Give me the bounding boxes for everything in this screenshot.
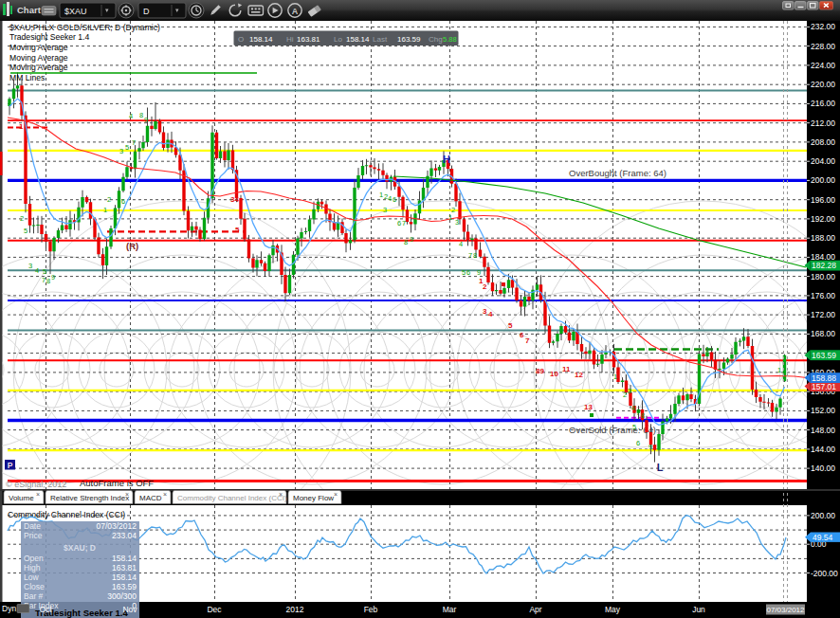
- svg-text:O: O: [238, 35, 244, 44]
- svg-text:4: 4: [129, 112, 133, 120]
- svg-text:7: 7: [42, 276, 46, 284]
- svg-text:2: 2: [20, 214, 24, 223]
- svg-text:5: 5: [43, 267, 46, 276]
- svg-text:192.00: 192.00: [811, 214, 835, 224]
- svg-text:8: 8: [46, 277, 50, 285]
- svg-text:4: 4: [459, 240, 463, 248]
- svg-text:208.00: 208.00: [811, 137, 835, 147]
- svg-text:5: 5: [125, 143, 129, 152]
- svg-text:7: 7: [468, 251, 472, 260]
- svg-text:Last: Last: [373, 35, 388, 44]
- svg-text:204.00: 204.00: [811, 156, 835, 166]
- svg-text:P: P: [8, 461, 13, 470]
- svg-text:1: 1: [613, 373, 617, 381]
- svg-text:Date: Date: [24, 521, 41, 531]
- svg-text:MM Lines: MM Lines: [9, 73, 45, 82]
- svg-text:157.01: 157.01: [812, 382, 836, 391]
- svg-text:07/03/2012: 07/03/2012: [96, 521, 137, 531]
- svg-text:D: D: [143, 7, 150, 16]
- svg-text:Lo: Lo: [334, 35, 342, 44]
- svg-text:Jun: Jun: [692, 605, 705, 614]
- svg-text:Dec: Dec: [207, 605, 222, 614]
- svg-text:13: 13: [584, 403, 593, 411]
- svg-text:High: High: [24, 563, 41, 573]
- svg-text:6: 6: [636, 439, 640, 447]
- svg-text:5: 5: [632, 423, 636, 431]
- svg-text:188.00: 188.00: [811, 233, 835, 243]
- svg-text:4: 4: [35, 266, 39, 275]
- svg-text:3: 3: [483, 307, 487, 316]
- svg-text:Moving Average: Moving Average: [9, 43, 68, 52]
- svg-text:176.00: 176.00: [811, 291, 835, 300]
- svg-text:Feb: Feb: [364, 605, 378, 614]
- svg-text:6: 6: [121, 197, 125, 206]
- svg-text:1: 1: [777, 366, 781, 374]
- svg-text:2012: 2012: [286, 605, 304, 614]
- svg-text:212.00: 212.00: [811, 118, 835, 128]
- svg-text:300/300: 300/300: [107, 591, 137, 601]
- svg-text:158.14: 158.14: [249, 35, 273, 44]
- svg-text:200.00: 200.00: [811, 175, 835, 185]
- svg-text:89: 89: [536, 367, 544, 375]
- svg-text:Tradesight Seeker 1.4: Tradesight Seeker 1.4: [9, 32, 89, 42]
- svg-text:7: 7: [132, 138, 136, 147]
- svg-text:May: May: [605, 605, 621, 614]
- svg-text:7: 7: [525, 336, 530, 345]
- svg-text:2: 2: [623, 391, 627, 399]
- svg-text:163.59: 163.59: [112, 582, 137, 591]
- svg-text:3: 3: [628, 387, 631, 395]
- svg-text:Moving Average: Moving Average: [9, 53, 68, 63]
- svg-text:$XAU;PHLX GOLD/SILVER; D (Dyna: $XAU;PHLX GOLD/SILVER; D (Dynamic): [9, 23, 160, 32]
- svg-text:2: 2: [483, 282, 487, 291]
- svg-text:8: 8: [473, 251, 477, 260]
- svg-text:Dyn: Dyn: [2, 604, 16, 613]
- svg-text:(R): (R): [126, 241, 138, 251]
- svg-text:Bar #: Bar #: [24, 591, 44, 601]
- svg-text:224.00: 224.00: [811, 61, 835, 70]
- svg-text:10: 10: [550, 370, 558, 378]
- svg-text:4: 4: [488, 310, 493, 318]
- svg-text:144.00: 144.00: [811, 445, 835, 454]
- svg-text:×: ×: [163, 491, 167, 498]
- svg-text:Volume: Volume: [9, 494, 34, 502]
- svg-text:152.00: 152.00: [811, 406, 835, 415]
- svg-text:172.00: 172.00: [811, 310, 835, 319]
- svg-text:Open: Open: [24, 554, 44, 563]
- svg-text:148.00: 148.00: [811, 426, 835, 435]
- svg-text:5.88: 5.88: [443, 35, 457, 44]
- svg-text:3: 3: [119, 147, 123, 155]
- svg-text:OverBought (Frame: 64): OverBought (Frame: 64): [569, 168, 667, 178]
- svg-text:8: 8: [641, 411, 645, 420]
- svg-text:Moving Average: Moving Average: [9, 63, 68, 72]
- svg-text:2: 2: [107, 195, 111, 204]
- svg-text:158.14: 158.14: [346, 35, 370, 44]
- svg-text:233.04: 233.04: [112, 531, 137, 540]
- svg-text:200.00: 200.00: [811, 511, 835, 520]
- svg-text:3: 3: [28, 262, 32, 270]
- svg-text:9: 9: [648, 443, 652, 451]
- svg-text:220.00: 220.00: [811, 80, 835, 89]
- svg-text:AutoFrame is OFF: AutoFrame is OFF: [80, 478, 154, 488]
- svg-text:49.54: 49.54: [813, 533, 833, 542]
- svg-text:34: 34: [230, 195, 239, 204]
- svg-text:4: 4: [388, 194, 392, 203]
- svg-text:$XAU: $XAU: [64, 7, 87, 16]
- svg-text:163.81: 163.81: [297, 35, 320, 44]
- svg-text:163.59: 163.59: [397, 35, 421, 44]
- svg-text:11: 11: [562, 365, 571, 373]
- svg-text:© eSignal, 2012: © eSignal, 2012: [6, 480, 66, 489]
- svg-text:182.28: 182.28: [812, 261, 836, 270]
- svg-text:Oct: Oct: [39, 605, 52, 614]
- svg-text:L: L: [657, 462, 664, 473]
- svg-text:216.00: 216.00: [811, 99, 835, 108]
- svg-text:1: 1: [379, 191, 383, 199]
- svg-text:6: 6: [397, 219, 401, 227]
- svg-text:Price: Price: [24, 531, 43, 540]
- svg-text:Hi: Hi: [286, 35, 294, 44]
- svg-text:5: 5: [462, 268, 466, 277]
- svg-text:$XAU; D: $XAU; D: [64, 543, 96, 553]
- svg-text:Low: Low: [24, 573, 39, 582]
- svg-text:5: 5: [235, 226, 240, 234]
- svg-text:Close: Close: [24, 582, 45, 591]
- svg-text:6: 6: [393, 195, 396, 204]
